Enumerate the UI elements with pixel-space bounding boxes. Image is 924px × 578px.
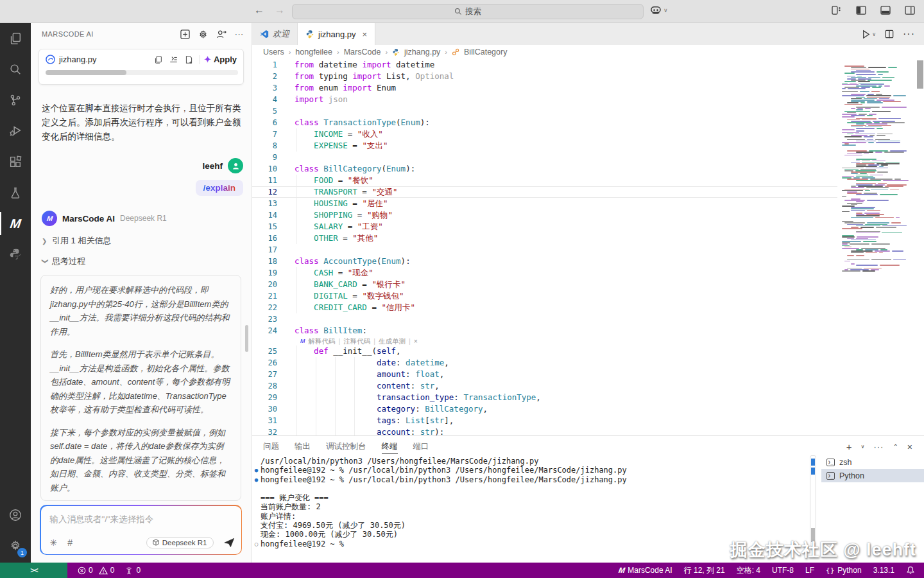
share-user-icon[interactable] — [216, 30, 227, 39]
copy-icon[interactable] — [154, 55, 162, 64]
code-line[interactable]: 8 EXPENSE = "支出" — [252, 140, 837, 152]
terminal-item-zsh[interactable]: ❯_zsh — [821, 455, 924, 469]
source-control-icon[interactable] — [0, 85, 31, 116]
toggle-secondary-sidebar-icon[interactable] — [905, 6, 915, 15]
codelens-item[interactable]: 注释代码 — [343, 337, 370, 346]
code-line[interactable]: 29 transaction_type: TransactionType, — [252, 392, 837, 403]
split-editor-icon[interactable] — [885, 30, 894, 39]
editor-more-icon[interactable]: ··· — [903, 28, 915, 40]
reference-toggle[interactable]: ❯ 引用 1 相关信息 — [42, 235, 252, 247]
code-line[interactable]: 14 SHOPPING = "购物" — [252, 209, 837, 221]
apply-button[interactable]: ✦Apply — [204, 55, 237, 64]
code-line[interactable]: 30 category: BillCategory, — [252, 403, 837, 415]
run-file-icon[interactable] — [861, 30, 871, 39]
testing-icon[interactable] — [0, 177, 31, 208]
new-terminal-icon[interactable]: + — [846, 441, 852, 452]
copilot-menu[interactable]: ∨ — [650, 5, 668, 15]
code-line[interactable]: 24class BillItem: — [252, 325, 837, 337]
python-version[interactable]: 3.13.1 — [873, 566, 894, 575]
commands-icon[interactable]: ✳ — [50, 538, 58, 548]
forward-arrow-icon[interactable]: → — [275, 4, 285, 16]
close-panel-icon[interactable]: × — [907, 442, 912, 452]
code-line[interactable]: 3from enum import Enum — [252, 82, 837, 94]
settings-gear-icon[interactable]: 1 — [0, 530, 31, 561]
ports-status[interactable]: 0 — [124, 566, 141, 575]
python-extension-icon[interactable] — [0, 239, 31, 270]
breadcrumb[interactable]: Users› hongfeilee› MarsCode› jizhang.py›… — [252, 45, 924, 59]
cursor-position[interactable]: 行 12, 列 21 — [684, 565, 725, 576]
code-line[interactable]: 10class BillCategory(Enum): — [252, 163, 837, 175]
thinking-toggle[interactable]: ❯ 思考过程 — [42, 256, 252, 267]
search-sidebar-icon[interactable] — [0, 54, 31, 85]
code-line[interactable]: 5 — [252, 105, 837, 117]
code-line[interactable]: 19 CASH = "现金" — [252, 267, 837, 279]
code-line[interactable]: 11 FOOD = "餐饮" — [252, 175, 837, 186]
back-arrow-icon[interactable]: ← — [254, 4, 264, 16]
editor-scrollbar[interactable] — [917, 60, 923, 89]
code-line[interactable]: 1from datetime import datetime — [252, 59, 837, 71]
accounts-icon[interactable] — [0, 500, 31, 530]
more-actions-icon[interactable]: ··· — [235, 30, 244, 38]
toggle-sidebar-icon[interactable] — [856, 6, 866, 15]
code-line[interactable]: 9 — [252, 152, 837, 163]
eol-sequence[interactable]: LF — [805, 566, 814, 575]
code-line[interactable]: 2from typing import List, Optional — [252, 71, 837, 82]
code-line[interactable]: 26 date: datetime, — [252, 357, 837, 369]
new-file-icon[interactable] — [185, 55, 193, 64]
customize-layout-icon[interactable] — [832, 6, 842, 15]
terminal-dropdown-icon[interactable]: ∨ — [861, 444, 865, 450]
chat-messages[interactable]: 这个位置在脚本直接运行时才会执行，且位于所有类定义之后。添加后再次运行程序，可以… — [31, 91, 252, 505]
model-selector[interactable]: Deepseek R1 — [146, 537, 214, 548]
code-line[interactable]: 15 SALARY = "工资" — [252, 221, 837, 232]
code-line[interactable]: 7 INCOME = "收入" — [252, 128, 837, 140]
code-line[interactable]: 32 account: str): — [252, 426, 837, 435]
encoding[interactable]: UTF-8 — [772, 566, 794, 575]
context-hash-icon[interactable]: # — [67, 538, 73, 548]
chat-input[interactable]: 输入消息或者"/"来选择指令 — [50, 514, 234, 525]
code-line[interactable]: 16 OTHER = "其他" — [252, 232, 837, 244]
marscode-ai-status[interactable]: MMarsCode AI — [619, 566, 672, 575]
language-mode[interactable]: {}Python — [826, 566, 862, 575]
new-chat-icon[interactable] — [180, 30, 190, 39]
code-line[interactable]: 25 def __init__(self, — [252, 346, 837, 357]
extensions-icon[interactable] — [0, 146, 31, 177]
terminal-scrollbar[interactable] — [810, 455, 816, 547]
code-editor[interactable]: 1from datetime import datetime2from typi… — [252, 59, 924, 435]
code-line[interactable]: 22 CREDIT_CARD = "信用卡" — [252, 302, 837, 313]
panel-tab-output[interactable]: 输出 — [295, 441, 311, 454]
send-icon[interactable] — [224, 538, 235, 548]
terminal-item-python[interactable]: ❯_Python — [821, 469, 924, 482]
minimap[interactable] — [842, 59, 914, 419]
run-debug-icon[interactable] — [0, 116, 31, 146]
code-line[interactable]: 13 HOUSING = "居住" — [252, 198, 837, 209]
marscode-ai-icon[interactable]: M — [0, 208, 31, 239]
codelens-actions[interactable]: M解释代码|注释代码|生成单测|× — [252, 337, 924, 346]
code-line[interactable]: 21 DIGITAL = "数字钱包" — [252, 290, 837, 302]
indentation[interactable]: 空格: 4 — [737, 565, 760, 576]
code-line[interactable]: 4import json — [252, 94, 837, 105]
panel-tab-ports[interactable]: 端口 — [413, 441, 429, 454]
code-line[interactable]: 27 amount: float, — [252, 369, 837, 380]
panel-tab-terminal[interactable]: 终端 — [382, 441, 398, 454]
chat-scrollbar[interactable] — [245, 325, 248, 352]
codelens-item[interactable]: 生成单测 — [379, 337, 406, 346]
panel-tab-debug-console[interactable]: 调试控制台 — [326, 441, 366, 454]
remote-indicator[interactable]: >< — [0, 563, 67, 578]
code-line[interactable]: 6class TransactionType(Enum): — [252, 117, 837, 128]
terminal-output[interactable]: /usr/local/bin/python3 /Users/hongfeilee… — [252, 457, 804, 548]
problems-status[interactable]: 0 0 — [78, 566, 114, 575]
chat-settings-gear-icon[interactable] — [198, 30, 208, 39]
maximize-panel-icon[interactable]: ⌃ — [893, 443, 898, 450]
codelens-item[interactable]: × — [414, 337, 418, 346]
code-line[interactable]: 18class AccountType(Enum): — [252, 256, 837, 267]
codelens-item[interactable]: 解释代码 — [309, 337, 336, 346]
code-line[interactable]: 23 — [252, 313, 837, 325]
code-line[interactable]: 31 tags: List[str], — [252, 415, 837, 426]
notifications-bell-icon[interactable] — [906, 566, 915, 575]
run-dropdown-icon[interactable]: ∨ — [872, 31, 876, 37]
close-tab-icon[interactable]: × — [363, 30, 368, 39]
tab-jizhang-py[interactable]: jizhang.py × — [298, 23, 375, 45]
code-line[interactable]: 17 — [252, 244, 837, 256]
global-search-input[interactable]: 搜索 — [292, 4, 644, 19]
code-line[interactable]: 20 BANK_CARD = "银行卡" — [252, 279, 837, 290]
